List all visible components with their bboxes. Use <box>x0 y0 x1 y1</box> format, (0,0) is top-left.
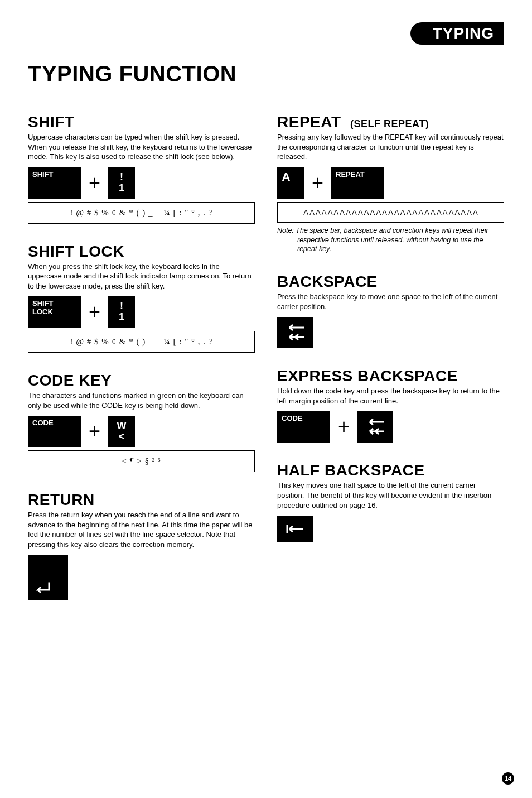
shift-key-label: SHIFT <box>32 171 54 179</box>
code-key-row: CODE + W < <box>28 416 255 447</box>
one-key-bottom: 1 <box>119 183 124 194</box>
express-key-row: CODE + <box>277 411 504 443</box>
return-desc: Press the return key when you reach the … <box>28 510 255 549</box>
return-icon <box>32 582 51 597</box>
shift-heading: SHIFT <box>28 113 255 131</box>
half-key-row <box>277 516 504 542</box>
return-key <box>28 555 68 600</box>
one-key-top: ! <box>120 301 123 312</box>
backspace-arrows-icon <box>364 417 386 437</box>
page-title: TYPING FUNCTION <box>28 61 504 86</box>
backspace-arrows-icon <box>284 323 306 343</box>
a-key-label: A <box>282 171 291 184</box>
w-key-bottom: < <box>119 431 125 443</box>
code-key-label: CODE <box>282 415 303 422</box>
plus-icon: + <box>308 171 327 195</box>
one-key-bottom: 1 <box>119 312 124 323</box>
shift-key: SHIFT <box>28 167 81 199</box>
section-badge: TYPING <box>410 22 504 45</box>
shift-key-row: SHIFT + ! 1 <box>28 167 255 199</box>
backspace-key-row <box>277 317 504 348</box>
w-key-top: W <box>117 421 127 432</box>
express-desc: Hold down the code key and press the bac… <box>277 386 504 406</box>
right-column: REPEAT (SELF REPEAT) Pressing any key fo… <box>277 103 504 603</box>
code-key: CODE <box>28 416 81 447</box>
return-key-row <box>28 555 255 600</box>
shift-output: ! @ # $ % ¢ & * ( ) _ + ¼ [ : " ° , . ? <box>28 202 255 224</box>
shift-desc: Uppercase characters can be typed when t… <box>28 132 255 162</box>
express-heading: EXPRESS BACKSPACE <box>277 367 504 385</box>
plus-icon: + <box>335 415 353 439</box>
one-key: ! 1 <box>108 296 135 328</box>
code-key-label: CODE <box>32 419 54 427</box>
one-key: ! 1 <box>108 167 135 199</box>
repeat-key-label: REPEAT <box>336 171 365 179</box>
plus-icon: + <box>85 300 104 324</box>
repeat-heading: REPEAT (SELF REPEAT) <box>277 113 504 131</box>
code-heading: CODE KEY <box>28 372 255 390</box>
half-backspace-icon <box>284 523 306 535</box>
content-columns: SHIFT Uppercase characters can be typed … <box>28 103 504 603</box>
shiftlock-desc: When you press the shift lock key, the k… <box>28 262 255 291</box>
backspace-heading: BACKSPACE <box>277 273 504 291</box>
page-header: TYPING <box>28 22 504 45</box>
repeat-note: Note: The space bar, backspace and corre… <box>277 226 504 254</box>
return-heading: RETURN <box>28 491 255 509</box>
shiftlock-output: ! @ # $ % ¢ & * ( ) _ + ¼ [ : " ° , . ? <box>28 331 255 353</box>
half-backspace-key <box>277 516 313 542</box>
plus-icon: + <box>85 420 104 443</box>
half-desc: This key moves one half space to the lef… <box>277 480 504 510</box>
shiftlock-key-row: SHIFT LOCK + ! 1 <box>28 296 255 328</box>
backspace-key <box>277 317 313 348</box>
w-key: W < <box>108 416 135 447</box>
repeat-heading-sub: (SELF REPEAT) <box>350 118 429 129</box>
a-key: A <box>277 167 304 199</box>
repeat-key-row: A + REPEAT <box>277 167 504 199</box>
left-column: SHIFT Uppercase characters can be typed … <box>28 103 255 603</box>
repeat-heading-main: REPEAT <box>277 113 341 131</box>
half-heading: HALF BACKSPACE <box>277 462 504 479</box>
code-output: < ¶ > § ² ³ <box>28 450 255 472</box>
code-key: CODE <box>277 411 330 443</box>
shiftlock-key-label: SHIFT LOCK <box>32 300 54 316</box>
one-key-top: ! <box>120 172 123 183</box>
repeat-desc: Pressing any key followed by the REPEAT … <box>277 132 504 162</box>
repeat-output: A A A A A A A A A A A A A A A A A A A A … <box>277 202 504 223</box>
code-desc: The characters and functions marked in g… <box>28 391 255 410</box>
shiftlock-key: SHIFT LOCK <box>28 296 81 328</box>
plus-icon: + <box>85 171 104 195</box>
backspace-desc: Press the backspace key to move one spac… <box>277 292 504 311</box>
backspace-key <box>357 411 393 443</box>
repeat-key: REPEAT <box>331 167 384 199</box>
shiftlock-heading: SHIFT LOCK <box>28 243 255 261</box>
